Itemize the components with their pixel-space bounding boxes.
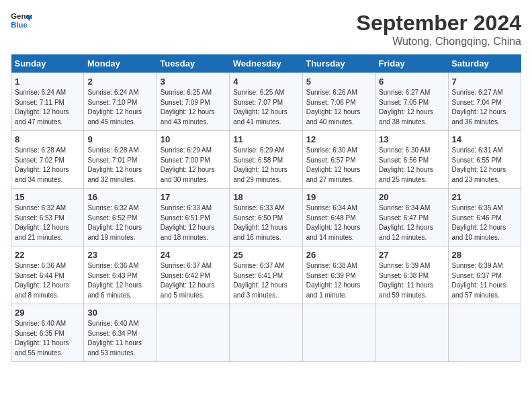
- cell-info: Sunrise: 6:32 AMSunset: 6:52 PMDaylight:…: [87, 204, 142, 241]
- day-number: 18: [233, 192, 298, 202]
- cell-info: Sunrise: 6:39 AMSunset: 6:37 PMDaylight:…: [452, 262, 506, 299]
- cell-info: Sunrise: 6:36 AMSunset: 6:44 PMDaylight:…: [15, 262, 69, 299]
- calendar-week-5: 29 Sunrise: 6:40 AMSunset: 6:35 PMDaylig…: [11, 304, 521, 362]
- day-number: 11: [233, 134, 298, 144]
- cell-info: Sunrise: 6:28 AMSunset: 7:02 PMDaylight:…: [15, 146, 69, 183]
- logo: General Blue: [11, 11, 32, 30]
- cell-info: Sunrise: 6:36 AMSunset: 6:43 PMDaylight:…: [87, 262, 142, 299]
- calendar-cell: 26 Sunrise: 6:38 AMSunset: 6:39 PMDaylig…: [302, 246, 375, 304]
- month-title: September 2024: [357, 11, 521, 36]
- cell-info: Sunrise: 6:33 AMSunset: 6:50 PMDaylight:…: [233, 204, 287, 241]
- day-number: 7: [452, 77, 517, 87]
- day-number: 23: [87, 250, 152, 260]
- calendar-cell: 16 Sunrise: 6:32 AMSunset: 6:52 PMDaylig…: [84, 189, 157, 246]
- day-number: 6: [379, 77, 444, 87]
- calendar-week-4: 22 Sunrise: 6:36 AMSunset: 6:44 PMDaylig…: [11, 246, 521, 304]
- cell-info: Sunrise: 6:32 AMSunset: 6:53 PMDaylight:…: [15, 204, 69, 241]
- calendar-cell: 30 Sunrise: 6:40 AMSunset: 6:34 PMDaylig…: [84, 304, 157, 362]
- calendar-cell: [375, 304, 448, 362]
- day-number: 5: [306, 77, 371, 87]
- calendar-cell: 23 Sunrise: 6:36 AMSunset: 6:43 PMDaylig…: [84, 246, 157, 304]
- calendar-cell: [448, 304, 521, 362]
- column-header-wednesday: Wednesday: [230, 54, 302, 73]
- cell-info: Sunrise: 6:33 AMSunset: 6:51 PMDaylight:…: [161, 204, 215, 241]
- calendar-cell: 8 Sunrise: 6:28 AMSunset: 7:02 PMDayligh…: [11, 131, 84, 189]
- cell-info: Sunrise: 6:29 AMSunset: 6:58 PMDaylight:…: [233, 146, 287, 183]
- calendar-cell: 9 Sunrise: 6:28 AMSunset: 7:01 PMDayligh…: [84, 131, 157, 189]
- cell-info: Sunrise: 6:40 AMSunset: 6:34 PMDaylight:…: [87, 320, 142, 357]
- cell-info: Sunrise: 6:29 AMSunset: 7:00 PMDaylight:…: [161, 146, 215, 183]
- calendar-cell: [302, 304, 375, 362]
- calendar-cell: 13 Sunrise: 6:30 AMSunset: 6:56 PMDaylig…: [375, 131, 448, 189]
- day-number: 14: [452, 134, 517, 144]
- day-number: 22: [15, 250, 80, 260]
- calendar-table: SundayMondayTuesdayWednesdayThursdayFrid…: [11, 54, 521, 362]
- day-number: 25: [233, 250, 298, 260]
- day-number: 28: [452, 250, 517, 260]
- calendar-cell: 15 Sunrise: 6:32 AMSunset: 6:53 PMDaylig…: [11, 189, 84, 246]
- calendar-cell: 20 Sunrise: 6:34 AMSunset: 6:47 PMDaylig…: [375, 189, 448, 246]
- cell-info: Sunrise: 6:34 AMSunset: 6:48 PMDaylight:…: [306, 204, 361, 241]
- calendar-cell: 19 Sunrise: 6:34 AMSunset: 6:48 PMDaylig…: [302, 189, 375, 246]
- cell-info: Sunrise: 6:35 AMSunset: 6:46 PMDaylight:…: [452, 204, 506, 241]
- calendar-week-2: 8 Sunrise: 6:28 AMSunset: 7:02 PMDayligh…: [11, 131, 521, 189]
- column-header-sunday: Sunday: [11, 54, 84, 73]
- calendar-header-row: SundayMondayTuesdayWednesdayThursdayFrid…: [11, 54, 521, 73]
- day-number: 21: [452, 192, 517, 202]
- column-header-saturday: Saturday: [448, 54, 521, 73]
- title-block: September 2024 Wutong, Chongqing, China: [357, 11, 521, 48]
- cell-info: Sunrise: 6:39 AMSunset: 6:38 PMDaylight:…: [379, 262, 433, 299]
- calendar-cell: 7 Sunrise: 6:27 AMSunset: 7:04 PMDayligh…: [448, 73, 521, 131]
- day-number: 29: [15, 308, 80, 318]
- calendar-cell: 6 Sunrise: 6:27 AMSunset: 7:05 PMDayligh…: [375, 73, 448, 131]
- calendar-cell: 24 Sunrise: 6:37 AMSunset: 6:42 PMDaylig…: [157, 246, 229, 304]
- cell-info: Sunrise: 6:27 AMSunset: 7:04 PMDaylight:…: [452, 89, 506, 126]
- cell-info: Sunrise: 6:24 AMSunset: 7:10 PMDaylight:…: [87, 89, 142, 126]
- day-number: 1: [15, 77, 80, 87]
- calendar-cell: 18 Sunrise: 6:33 AMSunset: 6:50 PMDaylig…: [230, 189, 302, 246]
- day-number: 26: [306, 250, 371, 260]
- calendar-cell: 22 Sunrise: 6:36 AMSunset: 6:44 PMDaylig…: [11, 246, 84, 304]
- calendar-cell: [230, 304, 302, 362]
- day-number: 27: [379, 250, 444, 260]
- cell-info: Sunrise: 6:31 AMSunset: 6:55 PMDaylight:…: [452, 146, 506, 183]
- calendar-cell: 28 Sunrise: 6:39 AMSunset: 6:37 PMDaylig…: [448, 246, 521, 304]
- day-number: 19: [306, 192, 371, 202]
- svg-text:Blue: Blue: [11, 21, 28, 29]
- calendar-cell: 14 Sunrise: 6:31 AMSunset: 6:55 PMDaylig…: [448, 131, 521, 189]
- day-number: 24: [161, 250, 226, 260]
- logo-icon: General Blue: [11, 11, 32, 30]
- calendar-cell: 12 Sunrise: 6:30 AMSunset: 6:57 PMDaylig…: [302, 131, 375, 189]
- day-number: 2: [87, 77, 152, 87]
- day-number: 17: [161, 192, 226, 202]
- day-number: 15: [15, 192, 80, 202]
- calendar-week-1: 1 Sunrise: 6:24 AMSunset: 7:11 PMDayligh…: [11, 73, 521, 131]
- cell-info: Sunrise: 6:40 AMSunset: 6:35 PMDaylight:…: [15, 320, 69, 357]
- calendar-cell: 4 Sunrise: 6:25 AMSunset: 7:07 PMDayligh…: [230, 73, 302, 131]
- cell-info: Sunrise: 6:27 AMSunset: 7:05 PMDaylight:…: [379, 89, 433, 126]
- day-number: 10: [161, 134, 226, 144]
- location: Wutong, Chongqing, China: [357, 36, 521, 48]
- day-number: 20: [379, 192, 444, 202]
- cell-info: Sunrise: 6:25 AMSunset: 7:07 PMDaylight:…: [233, 89, 287, 126]
- day-number: 4: [233, 77, 298, 87]
- calendar-cell: 1 Sunrise: 6:24 AMSunset: 7:11 PMDayligh…: [11, 73, 84, 131]
- day-number: 13: [379, 134, 444, 144]
- cell-info: Sunrise: 6:26 AMSunset: 7:06 PMDaylight:…: [306, 89, 361, 126]
- cell-info: Sunrise: 6:30 AMSunset: 6:56 PMDaylight:…: [379, 146, 433, 183]
- cell-info: Sunrise: 6:24 AMSunset: 7:11 PMDaylight:…: [15, 89, 69, 126]
- calendar-cell: 5 Sunrise: 6:26 AMSunset: 7:06 PMDayligh…: [302, 73, 375, 131]
- calendar-cell: 25 Sunrise: 6:37 AMSunset: 6:41 PMDaylig…: [230, 246, 302, 304]
- cell-info: Sunrise: 6:38 AMSunset: 6:39 PMDaylight:…: [306, 262, 361, 299]
- calendar-cell: [157, 304, 229, 362]
- cell-info: Sunrise: 6:25 AMSunset: 7:09 PMDaylight:…: [161, 89, 215, 126]
- column-header-monday: Monday: [84, 54, 157, 73]
- day-number: 9: [87, 134, 152, 144]
- calendar-cell: 3 Sunrise: 6:25 AMSunset: 7:09 PMDayligh…: [157, 73, 229, 131]
- cell-info: Sunrise: 6:37 AMSunset: 6:41 PMDaylight:…: [233, 262, 287, 299]
- day-number: 16: [87, 192, 152, 202]
- day-number: 12: [306, 134, 371, 144]
- cell-info: Sunrise: 6:34 AMSunset: 6:47 PMDaylight:…: [379, 204, 433, 241]
- column-header-tuesday: Tuesday: [157, 54, 229, 73]
- calendar-cell: 27 Sunrise: 6:39 AMSunset: 6:38 PMDaylig…: [375, 246, 448, 304]
